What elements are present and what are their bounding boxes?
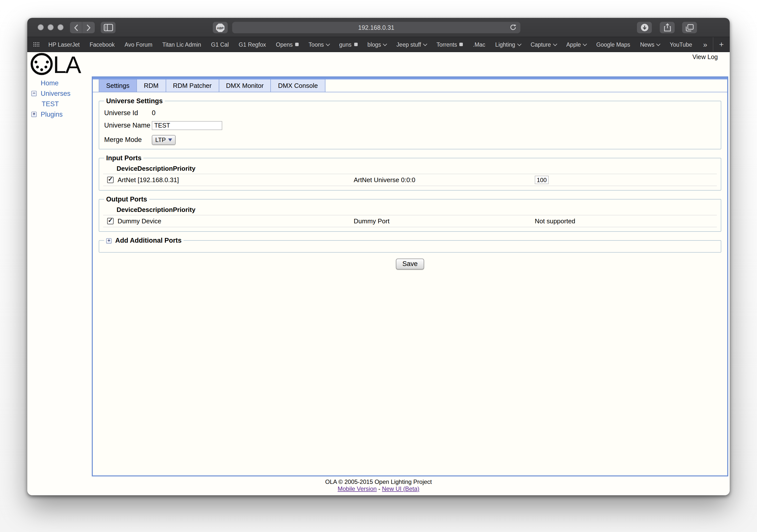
priority-cell: Not supported bbox=[535, 217, 717, 225]
add-additional-ports-label: Add Additional Ports bbox=[115, 237, 182, 244]
tab-dmx-console[interactable]: DMX Console bbox=[271, 79, 325, 92]
universe-name-input[interactable] bbox=[152, 121, 222, 130]
bookmark-item[interactable]: blogs bbox=[362, 42, 391, 47]
input-port-row: ArtNet [192.168.0.31] ArtNet Universe 0:… bbox=[103, 174, 717, 186]
bookmark-label: Lighting bbox=[495, 42, 515, 47]
sidebar-item-plugins[interactable]: + Plugins bbox=[27, 109, 71, 120]
merge-mode-row: Merge Mode LTP bbox=[104, 135, 717, 145]
tab-rdm[interactable]: RDM bbox=[137, 79, 166, 92]
universe-settings-legend: Universe Settings bbox=[104, 97, 165, 105]
bookmark-folder-icon bbox=[295, 43, 299, 46]
device-name: Dummy Device bbox=[118, 217, 161, 225]
bookmark-item[interactable]: Capture bbox=[526, 42, 561, 47]
adblock-abp-icon: ABP bbox=[215, 22, 225, 33]
bookmark-label: guns bbox=[339, 42, 351, 47]
bookmark-item[interactable]: G1 Regfox bbox=[234, 42, 271, 47]
url-text: 192.168.0.31 bbox=[358, 24, 394, 31]
new-tab-button[interactable]: + bbox=[713, 40, 730, 49]
tab-dmx-monitor[interactable]: DMX Monitor bbox=[219, 79, 271, 92]
device-column-header: Device bbox=[103, 206, 137, 213]
expand-toggle-icon[interactable]: + bbox=[31, 112, 37, 117]
add-additional-ports-legend: + Add Additional Ports bbox=[104, 237, 184, 244]
ola-web-page: View Log LA Home − Universes T bbox=[27, 52, 730, 495]
bookmark-item[interactable]: YouTube bbox=[665, 42, 697, 47]
priority-input[interactable] bbox=[535, 176, 549, 184]
mobile-version-link[interactable]: Mobile Version bbox=[338, 485, 377, 492]
tab-bar: Settings RDM RDM Patcher DMX Monitor DMX… bbox=[93, 79, 727, 92]
bookmark-item[interactable]: HP LaserJet bbox=[44, 42, 85, 47]
sidebar-nav: Home − Universes TEST + Plugins bbox=[27, 78, 71, 120]
bookmark-label: blogs bbox=[367, 42, 381, 47]
device-column-header: Device bbox=[103, 165, 137, 172]
bookmark-item[interactable]: Google Maps bbox=[591, 42, 635, 47]
bookmark-folder-icon bbox=[460, 43, 463, 46]
universe-name-label: Universe Name bbox=[104, 122, 152, 129]
bookmark-item[interactable]: Avo Forum bbox=[120, 42, 157, 47]
tab-overview-button[interactable] bbox=[682, 22, 697, 33]
svg-text:LA: LA bbox=[53, 52, 81, 77]
bookmark-item[interactable]: Apple bbox=[561, 42, 591, 47]
device-cell: ArtNet [192.168.0.31] bbox=[103, 176, 354, 184]
tab-rdm-patcher[interactable]: RDM Patcher bbox=[166, 79, 219, 92]
downloads-button[interactable] bbox=[637, 22, 652, 33]
tab-settings[interactable]: Settings bbox=[99, 79, 137, 92]
back-button[interactable] bbox=[70, 22, 82, 33]
device-cell: Dummy Device bbox=[103, 217, 354, 225]
bookmarks-grid-icon[interactable] bbox=[33, 42, 40, 47]
sidebar-icon bbox=[104, 24, 113, 31]
bookmark-item[interactable]: Jeep stuff bbox=[391, 42, 431, 47]
universe-id-label: Universe Id bbox=[104, 109, 152, 117]
bookmark-item[interactable]: Torrents bbox=[432, 42, 468, 47]
bookmark-item[interactable]: .Mac bbox=[468, 42, 490, 47]
reload-icon bbox=[510, 24, 516, 31]
bookmark-item[interactable]: Toons bbox=[304, 42, 334, 47]
expand-toggle-icon[interactable]: + bbox=[106, 238, 112, 244]
new-ui-beta-link[interactable]: New UI (Beta) bbox=[382, 485, 419, 492]
bookmark-item[interactable]: Titan Lic Admin bbox=[157, 42, 206, 47]
bookmark-item[interactable]: Facebook bbox=[85, 42, 120, 47]
priority-cell bbox=[535, 176, 717, 184]
universe-id-value: 0 bbox=[152, 109, 156, 117]
forward-button[interactable] bbox=[82, 22, 95, 33]
merge-mode-select[interactable]: LTP bbox=[152, 135, 176, 145]
save-bar: Save bbox=[93, 259, 727, 269]
priority-column-header: Priority bbox=[173, 165, 196, 172]
ola-logo: LA bbox=[29, 52, 93, 77]
universe-name-row: Universe Name bbox=[104, 120, 717, 131]
save-button[interactable]: Save bbox=[396, 259, 424, 269]
sidebar-item-test-universe[interactable]: TEST bbox=[27, 99, 71, 109]
bookmark-label: Google Maps bbox=[596, 42, 630, 47]
merge-mode-label: Merge Mode bbox=[104, 136, 152, 143]
sidebar-toggle-button[interactable] bbox=[101, 22, 116, 33]
output-ports-fieldset: Output Ports Device Description Priority… bbox=[99, 196, 721, 232]
desktop: ABP 192.168.0.31 bbox=[0, 0, 757, 532]
bookmark-item[interactable]: Opens bbox=[271, 42, 304, 47]
sidebar-item-universes[interactable]: − Universes bbox=[27, 88, 71, 99]
chevron-down-icon bbox=[326, 42, 330, 46]
close-window-button[interactable] bbox=[38, 24, 44, 30]
bookmark-item[interactable]: G1 Cal bbox=[206, 42, 234, 47]
bookmarks-overflow-button[interactable]: » bbox=[697, 40, 713, 48]
port-enable-checkbox[interactable] bbox=[107, 177, 114, 183]
minimize-window-button[interactable] bbox=[47, 24, 53, 30]
add-additional-ports-fieldset: + Add Additional Ports bbox=[99, 237, 721, 253]
sidebar-item-home[interactable]: Home bbox=[27, 78, 71, 88]
zoom-window-button[interactable] bbox=[58, 24, 64, 30]
bookmarks-bar: HP LaserJetFacebookAvo ForumTitan Lic Ad… bbox=[27, 37, 730, 52]
bookmark-item[interactable]: guns bbox=[334, 42, 362, 47]
share-button[interactable] bbox=[660, 22, 675, 33]
bookmarks-bar-right: » + bbox=[697, 37, 730, 51]
view-log-link[interactable]: View Log bbox=[692, 54, 718, 61]
bookmark-label: Apple bbox=[566, 42, 581, 47]
port-enable-checkbox[interactable] bbox=[107, 218, 114, 224]
chevron-right-icon bbox=[86, 24, 91, 31]
bookmark-item[interactable]: Lighting bbox=[490, 42, 526, 47]
bookmark-label: Opens bbox=[276, 42, 293, 47]
collapse-toggle-icon[interactable]: − bbox=[31, 91, 37, 96]
port-description: Dummy Port bbox=[354, 217, 535, 225]
bookmark-item[interactable]: News bbox=[635, 42, 665, 47]
adblock-button[interactable]: ABP bbox=[213, 22, 228, 33]
page-footer: OLA © 2005-2015 Open Lighting Project Mo… bbox=[27, 478, 730, 492]
address-bar[interactable]: 192.168.0.31 bbox=[232, 22, 520, 33]
reload-button[interactable] bbox=[510, 24, 516, 32]
